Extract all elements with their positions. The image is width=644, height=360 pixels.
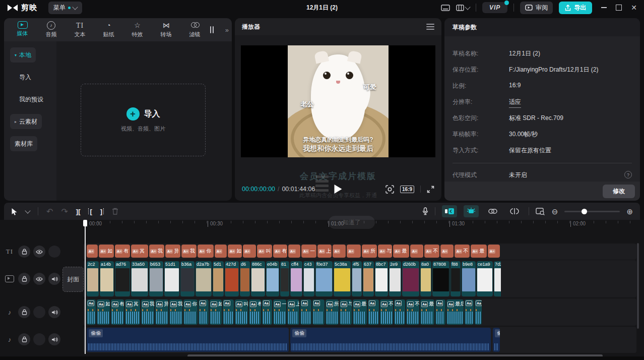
audio-clip[interactable]: Aa上: [287, 299, 299, 325]
tab-adjust-partial[interactable]: [210, 26, 217, 33]
text-clip[interactable]: A≡: [347, 245, 361, 258]
playhead[interactable]: [85, 220, 86, 354]
sidebar-item-素材库[interactable]: 素材库: [10, 136, 37, 151]
split-icon[interactable]: ][: [76, 208, 81, 215]
audio-clip[interactable]: Aa: [312, 299, 325, 325]
audio-clip[interactable]: Aa我: [169, 299, 182, 325]
cover-button[interactable]: 封面: [62, 267, 84, 292]
audio-clip[interactable]: Aa最后: [446, 299, 464, 325]
video-clip[interactable]: 886c: [251, 261, 265, 296]
text-clip[interactable]: A≡如: [99, 245, 114, 258]
video-clip[interactable]: 8a0: [420, 261, 431, 296]
audio-clip[interactable]: Aa: [199, 299, 209, 325]
export-button[interactable]: 导出: [559, 2, 592, 14]
video-clip[interactable]: b653: [149, 261, 163, 296]
tab-贴纸[interactable]: ◔贴纸: [94, 21, 123, 38]
video-clip[interactable]: d2a7b: [196, 261, 212, 296]
audio-clip[interactable]: Aa最: [353, 299, 367, 325]
magnetic-snap-toggle[interactable]: [442, 205, 457, 217]
text-clip[interactable]: A≡: [87, 245, 98, 258]
text-clip[interactable]: A≡有: [115, 245, 130, 258]
video-clip[interactable]: ad76: [115, 261, 130, 296]
record-voice-icon[interactable]: [422, 207, 428, 215]
text-clip[interactable]: A≡: [215, 245, 227, 258]
audio-clip[interactable]: Aa: [435, 299, 445, 325]
video-clip[interactable]: 5d1: [213, 261, 224, 296]
layout-switch-icon[interactable]: [456, 5, 470, 11]
video-clip[interactable]: 33a50: [131, 261, 148, 296]
param-value[interactable]: 适应: [509, 98, 521, 108]
video-clip[interactable]: f0e37: [315, 261, 333, 296]
timeline-zoom-slider[interactable]: [564, 211, 620, 212]
link-preview-toggle[interactable]: [464, 205, 479, 217]
preview-frame-icon[interactable]: [536, 208, 545, 215]
audio-clip[interactable]: Aa我: [141, 299, 154, 325]
music-clip[interactable]: 偷偷: [493, 328, 500, 352]
audio-clip[interactable]: Aa: [465, 299, 474, 325]
tab-文本[interactable]: TI文本: [66, 21, 94, 38]
music-clip[interactable]: 偷偷: [290, 328, 491, 352]
video-clip[interactable]: 7d2: [494, 261, 501, 296]
video-clip[interactable]: b36a: [180, 261, 195, 296]
audio-clip[interactable]: Aa有: [249, 299, 261, 325]
video-clip[interactable]: cff4: [290, 261, 302, 296]
text-clip[interactable]: A≡一: [301, 245, 316, 258]
lock-icon[interactable]: [18, 306, 30, 318]
cursor-mode-chevron[interactable]: [26, 210, 30, 213]
timeline-ruler[interactable]: 00:0000:3001:0001:3002:00: [86, 220, 638, 230]
video-clip[interactable]: f88: [450, 261, 461, 296]
text-clip[interactable]: A≡不: [455, 245, 470, 258]
review-button[interactable]: 审阅: [520, 2, 553, 14]
minimize-icon[interactable]: [601, 7, 607, 8]
text-clip[interactable]: A≡: [440, 245, 454, 258]
select-cursor-button[interactable]: [11, 208, 18, 215]
video-clip[interactable]: 2e9: [389, 261, 401, 296]
mute-icon-placeholder[interactable]: [48, 246, 60, 258]
audio-clip[interactable]: Aa: [368, 299, 379, 325]
split-track-toggle[interactable]: [507, 205, 522, 217]
linkage-toggle[interactable]: [485, 205, 500, 217]
text-clip[interactable]: A≡: [243, 245, 256, 258]
more-tabs-icon[interactable]: »: [225, 26, 229, 34]
text-clip[interactable]: A≡异: [165, 245, 180, 258]
video-clip[interactable]: 8bc7: [375, 261, 388, 296]
text-clip[interactable]: A≡与: [378, 245, 392, 258]
video-clip[interactable]: 87808: [432, 261, 449, 296]
video-clip[interactable]: 2c2: [87, 261, 99, 296]
text-clip[interactable]: A≡有: [273, 245, 287, 258]
speaker-icon[interactable]: [48, 273, 60, 285]
maximize-icon[interactable]: [616, 5, 622, 11]
zoom-in-icon[interactable]: ⊕: [626, 208, 633, 215]
text-clip[interactable]: A≡其: [131, 245, 148, 258]
visibility-icon-placeholder[interactable]: [33, 306, 45, 318]
speaker-icon[interactable]: [48, 306, 60, 318]
audio-clip[interactable]: Aa一: [273, 299, 286, 325]
vip-button[interactable]: VIP: [482, 2, 507, 13]
text-clip[interactable]: A≡如: [228, 245, 242, 258]
audio-clip[interactable]: Aa不: [406, 299, 419, 325]
video-clip[interactable]: e04b: [266, 261, 279, 296]
text-clip[interactable]: A≡叫: [257, 245, 272, 258]
text-clip[interactable]: A≡上: [317, 245, 332, 258]
audio-clip[interactable]: Aa: [223, 299, 234, 325]
tab-转场[interactable]: ⋈转场: [152, 21, 180, 38]
audio-clip[interactable]: Aa: [394, 299, 405, 325]
ratio-button[interactable]: 16:9: [400, 186, 414, 193]
music-clip[interactable]: 偷偷: [87, 328, 289, 352]
split-keep-right-icon[interactable]: ]: [100, 208, 104, 215]
menu-button[interactable]: 菜单: [48, 2, 82, 14]
sidebar-item-云素材[interactable]: ▸云素材: [10, 114, 42, 129]
audio-clip[interactable]: Aa与: [340, 299, 352, 325]
audio-clip[interactable]: Aa: [87, 299, 96, 325]
vertical-scrollbar[interactable]: [637, 243, 639, 329]
help-icon[interactable]: ?: [624, 171, 632, 178]
visibility-icon[interactable]: [33, 246, 45, 258]
close-icon[interactable]: ✕: [631, 5, 637, 10]
import-dropzone[interactable]: + 导入 视频、音频、图片: [81, 84, 206, 156]
modify-button[interactable]: 修改: [603, 185, 635, 198]
visibility-icon-placeholder[interactable]: [33, 333, 45, 345]
sidebar-item-我的预设[interactable]: 我的预设: [10, 92, 48, 107]
audio-clip[interactable]: Aa异: [155, 299, 168, 325]
video-clip[interactable]: b9e8: [462, 261, 476, 296]
text-clip[interactable]: A≡我: [181, 245, 197, 258]
